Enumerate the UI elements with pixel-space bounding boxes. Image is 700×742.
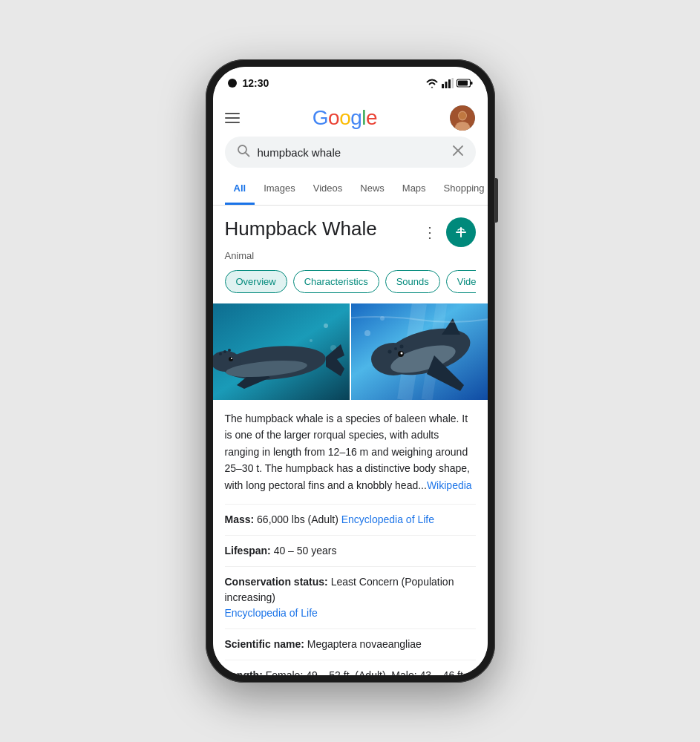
logo-g: G (313, 106, 328, 130)
battery-icon (457, 79, 473, 88)
svg-point-40 (399, 345, 403, 349)
svg-point-37 (400, 352, 402, 355)
hamburger-menu[interactable] (225, 113, 240, 123)
logo-o1: o (328, 106, 339, 130)
lifespan-label: Lifespan: (225, 545, 274, 556)
logo-g2: g (350, 106, 362, 130)
search-icon (237, 144, 250, 160)
mass-link[interactable]: Encyclopedia of Life (341, 513, 434, 525)
svg-point-38 (387, 350, 391, 354)
svg-rect-6 (458, 81, 468, 86)
signal-icon (442, 78, 454, 88)
camera-dot (228, 79, 237, 88)
svg-rect-0 (442, 84, 444, 88)
mass-label: Mass: (225, 513, 258, 525)
main-content: Humpback Whale ⋮ Animal (213, 206, 488, 675)
mass-value: 66,000 lbs (Adult) (257, 513, 341, 525)
description-text: The humpback whale is a species of balee… (225, 410, 476, 493)
logo-o2: o (339, 106, 350, 130)
fact-mass: Mass: 66,000 lbs (Adult) Encyclopedia of… (225, 504, 476, 535)
hamburger-line (225, 117, 240, 119)
svg-line-12 (246, 153, 249, 157)
svg-point-24 (229, 357, 233, 361)
conservation-link[interactable]: Encyclopedia of Life (225, 607, 318, 619)
wifi-icon (425, 78, 439, 88)
phone-frame: 12:30 (206, 59, 495, 683)
whale-svg-right (351, 303, 488, 400)
tab-all[interactable]: All (225, 174, 255, 205)
hamburger-line (225, 113, 240, 114)
wikipedia-link[interactable]: Wikipedia (427, 479, 472, 491)
phone-screen: 12:30 (213, 67, 488, 675)
tab-shopping[interactable]: Shopping (435, 174, 488, 205)
pill-videos[interactable]: Videos (446, 270, 476, 293)
entity-subtitle: Animal (225, 250, 476, 261)
svg-rect-3 (451, 78, 454, 88)
scientific-name-value: Megaptera novaeangliae (307, 638, 422, 650)
save-icon (453, 224, 469, 240)
status-left: 12:30 (228, 77, 269, 89)
whale-svg-left (213, 303, 350, 400)
svg-point-31 (364, 330, 370, 336)
search-bar[interactable]: humpback whale (225, 137, 476, 168)
google-logo: Google (313, 106, 377, 130)
conservation-label: Conservation status: (225, 576, 331, 588)
svg-point-39 (394, 347, 397, 350)
svg-point-19 (324, 324, 328, 328)
whale-image-left[interactable] (213, 303, 350, 400)
svg-point-25 (231, 358, 232, 359)
more-options-button[interactable]: ⋮ (419, 220, 440, 244)
pills-row: Overview Characteristics Sounds Videos (225, 270, 476, 293)
svg-rect-2 (448, 79, 451, 88)
google-header: Google (213, 99, 488, 131)
save-button[interactable] (446, 217, 476, 247)
entity-header: Humpback Whale ⋮ (225, 217, 476, 247)
clear-search-button[interactable] (452, 145, 464, 160)
lifespan-value: 40 – 50 years (274, 545, 337, 556)
tab-videos[interactable]: Videos (304, 174, 352, 205)
fact-lifespan: Lifespan: 40 – 50 years (225, 535, 476, 566)
svg-rect-1 (445, 82, 447, 88)
status-icons (425, 78, 473, 88)
status-time: 12:30 (243, 77, 269, 89)
fact-length: Length: Female: 49 – 52 ft. (Adult), Mal… (225, 660, 476, 675)
svg-point-28 (223, 350, 226, 353)
fact-scientific-name: Scientific name: Megaptera novaeangliae (225, 628, 476, 660)
tab-news[interactable]: News (351, 174, 393, 205)
svg-point-11 (238, 145, 246, 154)
entity-actions: ⋮ (419, 217, 476, 247)
knowledge-panel: Humpback Whale ⋮ Animal (213, 206, 488, 293)
search-bar-container: humpback whale (213, 131, 488, 174)
tab-images[interactable]: Images (255, 174, 304, 205)
hamburger-line (225, 122, 240, 123)
avatar-image (450, 105, 475, 131)
pill-sounds[interactable]: Sounds (385, 270, 440, 293)
entity-title: Humpback Whale (225, 217, 377, 240)
nav-tabs: All Images Videos News Maps Shopping (213, 174, 488, 206)
svg-point-29 (228, 349, 231, 352)
user-avatar[interactable] (450, 105, 475, 131)
fact-conservation: Conservation status: Least Concern (Popu… (225, 566, 476, 628)
pill-characteristics[interactable]: Characteristics (293, 270, 379, 293)
whale-images[interactable] (213, 303, 488, 400)
status-bar: 12:30 (213, 67, 488, 99)
search-query-text: humpback whale (258, 146, 445, 159)
whale-image-right[interactable] (351, 303, 488, 400)
svg-point-27 (219, 352, 222, 355)
svg-point-20 (310, 339, 313, 342)
info-section: The humpback whale is a species of balee… (213, 410, 488, 675)
logo-e: e (366, 106, 377, 130)
pill-overview[interactable]: Overview (225, 270, 287, 293)
tab-maps[interactable]: Maps (393, 174, 435, 205)
length-label: Length: (225, 669, 266, 675)
svg-point-10 (459, 112, 466, 119)
svg-rect-5 (471, 82, 473, 85)
scientific-name-label: Scientific name: (225, 638, 307, 650)
